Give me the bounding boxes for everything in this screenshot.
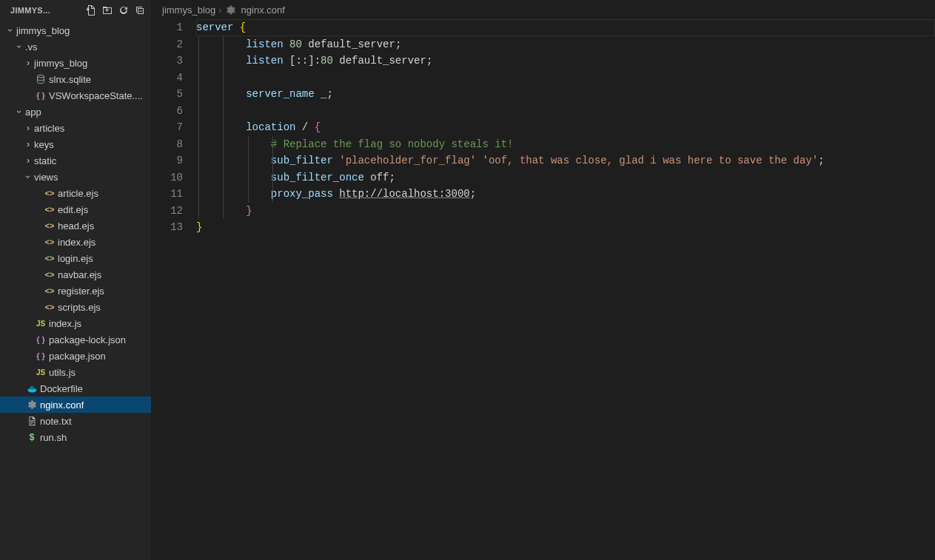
- indent-guide: [198, 36, 199, 220]
- tree-item-label: jimmys_blog: [34, 58, 87, 69]
- file-item[interactable]: $run.sh: [0, 429, 151, 445]
- line-number: 12: [152, 203, 183, 220]
- code-line[interactable]: }: [196, 203, 935, 220]
- file-item[interactable]: <>head.ejs: [0, 217, 151, 234]
- file-item[interactable]: { }package.json: [0, 348, 151, 364]
- tree-item-label: package.json: [49, 351, 106, 362]
- ejs-icon: <>: [43, 237, 56, 246]
- code-line[interactable]: server {: [196, 19, 935, 36]
- json-icon: { }: [34, 91, 47, 100]
- indent-guide: [248, 136, 249, 203]
- code-line[interactable]: server_name _;: [196, 86, 935, 103]
- line-number: 4: [152, 70, 183, 87]
- refresh-icon[interactable]: [117, 4, 130, 17]
- file-item[interactable]: { }VSWorkspaceState....: [0, 87, 151, 104]
- folder-item[interactable]: articles: [0, 120, 151, 136]
- chevron-down-icon[interactable]: [13, 107, 25, 117]
- tree-item-label: slnx.sqlite: [49, 74, 91, 85]
- svg-rect-7: [30, 423, 33, 424]
- folder-item[interactable]: jimmys_blog: [0, 22, 151, 38]
- folder-item[interactable]: jimmys_blog: [0, 55, 151, 71]
- code-line[interactable]: listen [::]:80 default_server;: [196, 53, 935, 70]
- folder-item[interactable]: keys: [0, 136, 151, 152]
- code-line[interactable]: [196, 103, 935, 120]
- editor[interactable]: 12345678910111213 server { listen 80 def…: [152, 19, 935, 560]
- line-number: 6: [152, 103, 183, 120]
- code-line[interactable]: [196, 70, 935, 87]
- folder-item[interactable]: .vs: [0, 38, 151, 55]
- file-item[interactable]: JSutils.js: [0, 364, 151, 380]
- line-number: 11: [152, 186, 183, 203]
- code-line[interactable]: listen 80 default_server;: [196, 36, 935, 53]
- breadcrumbs[interactable]: jimmys_blog › nginx.conf: [152, 0, 935, 19]
- text-file-icon: [25, 416, 38, 426]
- code-line[interactable]: }: [196, 219, 935, 236]
- code-line[interactable]: proxy_pass http://localhost:3000;: [196, 186, 935, 203]
- new-file-icon[interactable]: [84, 4, 98, 17]
- ejs-icon: <>: [43, 254, 56, 263]
- explorer-sidebar: JIMMYS... jimmys_blog.vsjimmys_blogslnx.…: [0, 0, 152, 560]
- tree-item-label: login.ejs: [58, 253, 93, 264]
- file-item[interactable]: <>edit.ejs: [0, 201, 151, 217]
- file-item[interactable]: <>register.ejs: [0, 283, 151, 299]
- collapse-all-icon[interactable]: [133, 4, 147, 17]
- chevron-right-icon[interactable]: [22, 139, 34, 149]
- tree-item-label: app: [25, 107, 41, 118]
- folder-item[interactable]: app: [0, 104, 151, 120]
- tree-item-label: .vs: [25, 41, 38, 53]
- line-number: 2: [152, 36, 183, 53]
- svg-rect-3: [107, 8, 107, 12]
- file-item[interactable]: <>navbar.ejs: [0, 266, 151, 283]
- code-line[interactable]: # Replace the flag so nobody steals it!: [196, 136, 935, 153]
- chevron-right-icon[interactable]: [22, 155, 34, 166]
- chevron-right-icon: ›: [218, 4, 221, 16]
- code-line[interactable]: sub_filter 'placeholder_for_flag' 'oof, …: [196, 152, 935, 169]
- tree-item-label: index.ejs: [58, 237, 95, 248]
- line-gutter: 12345678910111213: [152, 19, 196, 560]
- chevron-down-icon[interactable]: [22, 172, 34, 182]
- code-line[interactable]: sub_filter_once off;: [196, 169, 935, 186]
- code-area[interactable]: server { listen 80 default_server; liste…: [196, 19, 935, 560]
- svg-point-4: [38, 75, 44, 78]
- file-item[interactable]: <>login.ejs: [0, 250, 151, 266]
- chevron-down-icon[interactable]: [4, 25, 16, 36]
- file-item[interactable]: Dockerfile: [0, 380, 151, 397]
- file-tree[interactable]: jimmys_blog.vsjimmys_blogslnx.sqlite{ }V…: [0, 21, 151, 560]
- tree-item-label: index.js: [49, 318, 81, 329]
- tree-item-label: article.ejs: [58, 188, 98, 199]
- folder-item[interactable]: static: [0, 152, 151, 169]
- json-icon: { }: [34, 351, 47, 360]
- file-item[interactable]: nginx.conf: [0, 397, 151, 413]
- chevron-right-icon[interactable]: [22, 58, 34, 68]
- explorer-actions: [84, 4, 147, 17]
- ejs-icon: <>: [43, 189, 56, 198]
- tree-item-label: views: [34, 172, 58, 183]
- line-number: 9: [152, 152, 183, 169]
- chevron-down-icon[interactable]: [13, 41, 25, 52]
- ejs-icon: <>: [43, 303, 56, 311]
- breadcrumb-item[interactable]: nginx.conf: [241, 4, 285, 16]
- json-icon: { }: [34, 335, 47, 344]
- gear-icon: [25, 399, 38, 410]
- svg-rect-1: [87, 7, 88, 11]
- chevron-right-icon[interactable]: [22, 123, 34, 133]
- svg-rect-5: [30, 420, 33, 421]
- file-item[interactable]: <>article.ejs: [0, 185, 151, 201]
- file-item[interactable]: JSindex.js: [0, 315, 151, 331]
- code-line[interactable]: location / {: [196, 119, 935, 136]
- gear-icon: [225, 4, 236, 16]
- line-number: 10: [152, 169, 183, 186]
- breadcrumb-item[interactable]: jimmys_blog: [162, 4, 215, 16]
- file-item[interactable]: <>scripts.ejs: [0, 299, 151, 315]
- file-item[interactable]: slnx.sqlite: [0, 71, 151, 87]
- file-item[interactable]: { }package-lock.json: [0, 331, 151, 348]
- folder-item[interactable]: views: [0, 169, 151, 185]
- tree-item-label: static: [34, 155, 56, 166]
- file-item[interactable]: <>index.ejs: [0, 234, 151, 250]
- new-folder-icon[interactable]: [101, 4, 114, 17]
- line-number: 5: [152, 86, 183, 103]
- tree-item-label: nginx.conf: [40, 399, 84, 411]
- tree-item-label: head.ejs: [58, 220, 94, 232]
- tree-item-label: package-lock.json: [49, 334, 126, 345]
- file-item[interactable]: note.txt: [0, 413, 151, 429]
